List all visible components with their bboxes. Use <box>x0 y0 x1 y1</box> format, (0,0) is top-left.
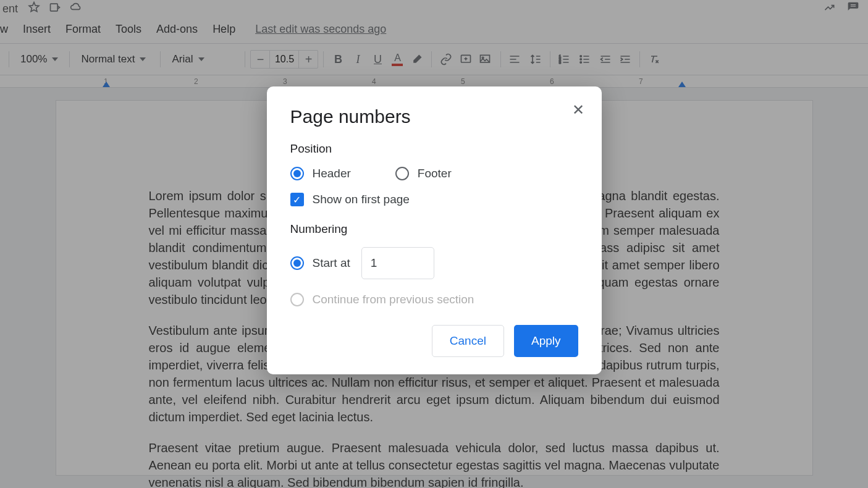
show-first-page-label: Show on first page <box>313 193 410 206</box>
start-at-radio-option[interactable]: Start at <box>290 256 350 270</box>
radio-selected-icon <box>290 167 304 180</box>
header-radio-option[interactable]: Header <box>290 167 351 180</box>
modal-overlay[interactable]: ✕ Page numbers Position Header Footer ✓ … <box>0 0 868 488</box>
start-at-label: Start at <box>313 256 350 270</box>
page-numbers-dialog: ✕ Page numbers Position Header Footer ✓ … <box>267 86 602 374</box>
radio-disabled-icon <box>290 293 304 306</box>
footer-radio-option[interactable]: Footer <box>395 167 452 180</box>
continue-label: Continue from previous section <box>313 293 474 306</box>
continue-radio-option: Continue from previous section <box>290 293 578 306</box>
dialog-title: Page numbers <box>290 106 578 127</box>
position-section-label: Position <box>290 142 578 156</box>
cancel-button[interactable]: Cancel <box>432 325 504 357</box>
numbering-section-label: Numbering <box>290 222 578 236</box>
header-radio-label: Header <box>313 167 351 180</box>
footer-radio-label: Footer <box>418 167 452 180</box>
radio-unselected-icon <box>395 167 409 180</box>
show-first-page-checkbox[interactable]: ✓ Show on first page <box>290 193 578 206</box>
apply-button[interactable]: Apply <box>514 325 578 357</box>
start-at-input[interactable] <box>361 247 434 279</box>
checkbox-checked-icon: ✓ <box>290 193 304 206</box>
radio-selected-icon <box>290 256 304 270</box>
close-button[interactable]: ✕ <box>572 103 584 117</box>
